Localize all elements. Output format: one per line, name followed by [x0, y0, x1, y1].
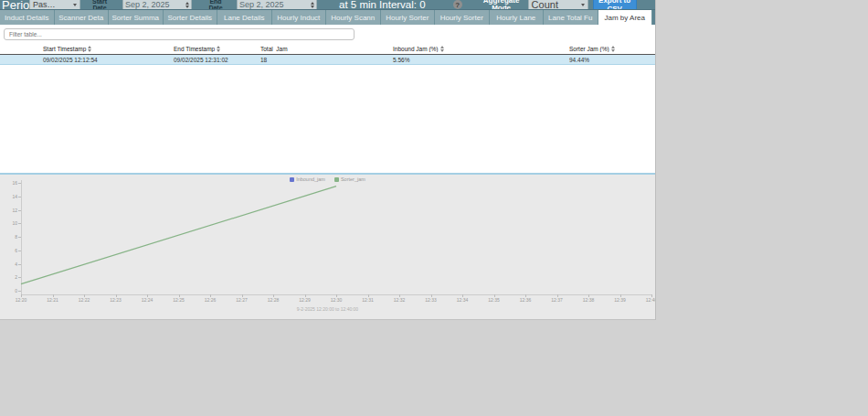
- tab-hourly-lane[interactable]: Hourly Lane: [490, 10, 545, 25]
- end-date-input[interactable]: Sep 2, 2025: [237, 0, 317, 9]
- period-select[interactable]: Pas…: [29, 0, 80, 9]
- column-header-sorter-jam[interactable]: Sorter Jam (%): [566, 46, 654, 52]
- chevron-down-icon: [73, 4, 77, 6]
- tab-hourly-induct[interactable]: Hourly Induct: [272, 10, 327, 25]
- sort-icon[interactable]: [217, 46, 220, 52]
- tab-hourly-sorter[interactable]: Hourly Sorter: [381, 10, 436, 25]
- sort-asc-icon: [611, 46, 615, 48]
- desktop-background: Period Pas… Start Date Sep 2, 2025 End D…: [0, 0, 868, 416]
- tab-sorter-details[interactable]: Sorter Details: [164, 10, 218, 25]
- help-icon[interactable]: ?: [453, 0, 462, 9]
- table-cell: 09/02/2025 12:12:54: [0, 57, 169, 63]
- tab-sorter-summa[interactable]: Sorter Summa: [109, 10, 164, 25]
- sort-desc-icon: [88, 49, 91, 52]
- table-cell: 09/02/2025 12:31:02: [169, 57, 259, 63]
- data-table: Start TimestampEnd TimestampTotal_JamInb…: [0, 44, 655, 65]
- chevron-down-icon: [581, 4, 585, 6]
- column-label: End Timestamp: [174, 46, 215, 52]
- period-select-value: Pas…: [33, 0, 56, 9]
- sort-asc-icon: [88, 46, 91, 48]
- chart-plot-area: [0, 175, 655, 320]
- start-date-label: Start Date: [88, 0, 111, 9]
- sort-desc-icon: [440, 49, 444, 52]
- series-line-sorter-jam: [21, 187, 336, 284]
- start-date-input[interactable]: Sep 2, 2025: [122, 0, 192, 9]
- tab-lane-total-fu[interactable]: Lane Total Fu: [544, 10, 598, 25]
- sort-icon[interactable]: [88, 46, 91, 52]
- column-header-inbound-jam[interactable]: Inbound Jam (%): [388, 46, 566, 52]
- table-cell: 18: [259, 57, 388, 63]
- tab-scanner-deta[interactable]: Scanner Deta: [55, 10, 110, 25]
- table-row[interactable]: 09/02/2025 12:12:5409/02/2025 12:31:0218…: [0, 55, 655, 65]
- end-date-value: Sep 2, 2025: [239, 0, 284, 9]
- tab-jam-by-area[interactable]: Jam by Area: [598, 10, 653, 25]
- tab-induct-details[interactable]: Induct Details: [0, 10, 55, 25]
- date-stepper-icon[interactable]: [309, 2, 314, 8]
- start-date-value: Sep 2, 2025: [125, 0, 170, 9]
- column-label: Total_Jam: [260, 46, 288, 52]
- table-header-row: Start TimestampEnd TimestampTotal_JamInb…: [0, 44, 655, 55]
- tab-hourly-sorter[interactable]: Hourly Sorter: [435, 10, 490, 25]
- period-label: Period: [2, 0, 29, 9]
- interval-text: at 5 min Interval: 0: [339, 0, 426, 9]
- sort-icon[interactable]: [611, 46, 615, 52]
- sort-desc-icon: [611, 49, 615, 52]
- column-label: Sorter Jam (%): [569, 46, 609, 52]
- table-cell: 5.56%: [388, 57, 566, 63]
- column-label: Start Timestamp: [43, 46, 86, 52]
- column-label: Inbound Jam (%): [393, 46, 439, 52]
- aggregate-mode-label: Aggregate Mode: [476, 0, 527, 9]
- tab-hourly-scann[interactable]: Hourly Scann: [326, 10, 381, 25]
- tab-bar: Induct DetailsScanner DetaSorter SummaSo…: [0, 9, 655, 25]
- end-date-label: End Date: [204, 0, 228, 9]
- sort-asc-icon: [440, 46, 444, 48]
- filter-input[interactable]: [4, 28, 355, 40]
- jam-chart: Inbound_jamSorter_jam024681012141612:201…: [0, 175, 655, 320]
- table-cell: 94.44%: [566, 57, 654, 63]
- sort-icon[interactable]: [440, 46, 444, 52]
- column-header-end-timestamp[interactable]: End Timestamp: [169, 46, 259, 52]
- tab-lane-details[interactable]: Lane Details: [217, 10, 272, 25]
- chart-caption: 9-2-2025 12:20:00 to 12:40:00: [0, 306, 655, 312]
- column-header-total-jam[interactable]: Total_Jam: [259, 46, 388, 52]
- sort-desc-icon: [217, 49, 220, 52]
- toolbar: Period Pas… Start Date Sep 2, 2025 End D…: [0, 0, 655, 9]
- app-window: Period Pas… Start Date Sep 2, 2025 End D…: [0, 0, 656, 320]
- sort-asc-icon: [217, 46, 220, 48]
- toolbar-inner: Period Pas… Start Date Sep 2, 2025 End D…: [0, 0, 655, 9]
- table-section: Start TimestampEnd TimestampTotal_JamInb…: [0, 28, 655, 173]
- date-stepper-icon[interactable]: [184, 2, 189, 8]
- column-header-start-timestamp[interactable]: Start Timestamp: [0, 46, 169, 52]
- aggregate-mode-select[interactable]: Count: [528, 0, 588, 9]
- export-csv-button[interactable]: Export to CSV: [593, 0, 637, 9]
- aggregate-mode-value: Count: [532, 0, 558, 9]
